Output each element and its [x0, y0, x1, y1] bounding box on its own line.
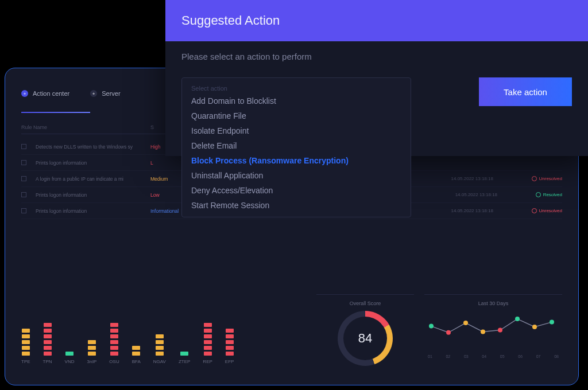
bar-bfa: BFA: [132, 314, 141, 364]
option-delete-email[interactable]: Delete Email: [191, 141, 401, 150]
suggested-action-modal: Suggested Action Please select an action…: [165, 0, 588, 156]
plus-icon: +: [90, 90, 97, 97]
col-severity: S: [150, 124, 154, 130]
bar-ngav: NGAV: [153, 314, 166, 364]
button-label: Take action: [504, 87, 547, 97]
bar-tpe: TPE: [21, 314, 30, 364]
checkbox[interactable]: [21, 160, 26, 165]
modal-header: Suggested Action: [165, 0, 588, 41]
svg-point-0: [429, 324, 434, 329]
bar-tpn: TPN: [43, 314, 52, 364]
rule-name: A login from a public IP can indicate a …: [36, 176, 150, 182]
tab-server[interactable]: + Server: [90, 90, 120, 97]
svg-point-7: [550, 320, 554, 325]
bar-efp: EFP: [225, 314, 234, 364]
svg-point-4: [498, 328, 502, 333]
spark-axis: 0102030405060708: [424, 354, 562, 358]
checkbox[interactable]: [21, 208, 26, 213]
take-action-button[interactable]: Take action: [479, 77, 572, 106]
score-widget: Overall Score 84: [316, 294, 414, 375]
option-deny-access-elevation[interactable]: Deny Access/Elevation: [191, 186, 401, 195]
bar-widget: TPETPNVND3rdPOSUBFANGAVZTEPREPEFP: [21, 294, 306, 375]
sparkline-icon: [424, 306, 562, 352]
trend-title: Last 30 Days: [424, 301, 562, 306]
tab-label: Server: [102, 90, 120, 97]
svg-point-2: [463, 321, 468, 325]
option-block-process-ransomware-encryption-[interactable]: Block Process (Ransomware Encryption): [191, 156, 401, 165]
rule-name: Prints logon information: [36, 160, 150, 166]
tab-action-center[interactable]: + Action center: [21, 90, 69, 97]
modal-prompt: Please select an action to perform: [181, 52, 572, 61]
score-value: 84: [338, 311, 393, 366]
bar-rep: REP: [203, 314, 212, 364]
trend-widget: Last 30 Days 0102030405060708: [424, 294, 562, 375]
plus-icon: +: [21, 90, 28, 97]
rule-name: Prints logon information: [36, 192, 150, 198]
action-select[interactable]: Select action Add Domain to BlocklistQua…: [181, 77, 411, 217]
rule-name: Prints logon information: [36, 208, 150, 214]
option-list: Add Domain to BlocklistQuarantine FileIs…: [182, 96, 411, 217]
col-rule-name: Rule Name: [21, 124, 150, 130]
option-isolate-endpoint[interactable]: Isolate Endpoint: [191, 126, 401, 135]
tab-underline: [21, 112, 90, 113]
option-uninstall-application[interactable]: Uninstall Application: [191, 171, 401, 180]
checkbox[interactable]: [21, 144, 26, 149]
bar-ztep: ZTEP: [179, 314, 190, 364]
svg-point-3: [481, 329, 485, 334]
bar-3rdp: 3rdP: [87, 314, 96, 364]
svg-point-5: [515, 317, 520, 321]
rule-name: Detects new DLLS written to the Windows …: [36, 144, 150, 150]
bar-osu: OSU: [109, 314, 119, 364]
checkbox[interactable]: [21, 176, 26, 181]
score-title: Overall Score: [316, 301, 414, 306]
option-add-domain-to-blocklist[interactable]: Add Domain to Blocklist: [191, 96, 401, 106]
bar-vnd: VND: [65, 314, 75, 364]
gauge-icon: 84: [338, 311, 393, 366]
svg-point-1: [446, 330, 451, 335]
svg-point-6: [532, 325, 537, 329]
option-start-remote-session[interactable]: Start Remote Session: [191, 201, 401, 210]
tab-label: Action center: [33, 90, 69, 97]
option-quarantine-file[interactable]: Quarantine File: [191, 111, 401, 120]
widgets-row: TPETPNVND3rdPOSUBFANGAVZTEPREPEFP Overal…: [21, 294, 562, 375]
modal-title: Suggested Action: [181, 13, 280, 28]
select-label: Select action: [182, 78, 411, 96]
checkbox[interactable]: [21, 192, 26, 197]
modal-body: Please select an action to perform Selec…: [165, 41, 588, 228]
